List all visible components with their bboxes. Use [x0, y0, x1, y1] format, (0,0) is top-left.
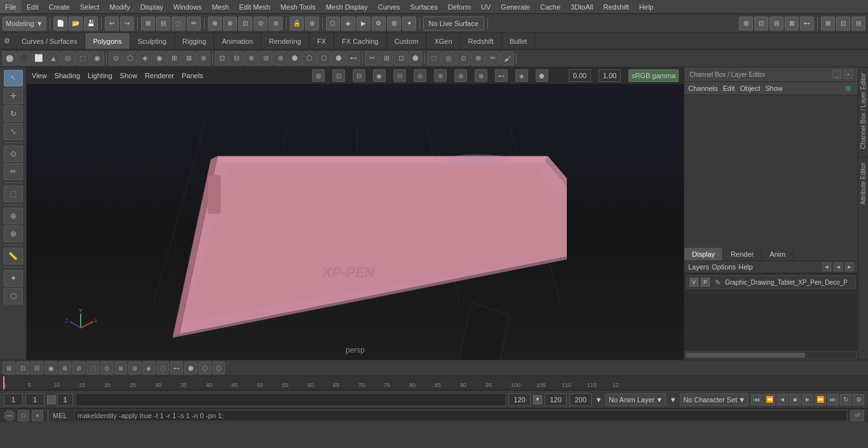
- lasso-btn[interactable]: ◌: [172, 17, 186, 31]
- disk-btn[interactable]: ◉: [90, 51, 104, 65]
- select-all-btn[interactable]: ⊛: [305, 17, 319, 31]
- target-weld-btn[interactable]: ⬡: [317, 51, 331, 65]
- frame-subframe-input[interactable]: [57, 393, 73, 406]
- vp-tb-btn4[interactable]: ◉: [44, 362, 57, 374]
- cb-icon1[interactable]: ⊛: [845, 84, 854, 93]
- vp-tb-btn7[interactable]: ⬚: [86, 362, 99, 374]
- vp-icon8[interactable]: ⊛: [454, 69, 467, 82]
- tab-rigging[interactable]: Rigging: [175, 33, 214, 49]
- soft-select-btn[interactable]: ⊙: [4, 146, 23, 162]
- go-start-btn[interactable]: ⏮: [751, 394, 763, 405]
- vp-tb-btn10[interactable]: ⊛: [128, 362, 141, 374]
- layer-visibility-toggle[interactable]: V: [689, 278, 698, 287]
- render-mode-btn1[interactable]: ⊞: [739, 17, 753, 31]
- snap-view-btn[interactable]: ⊘: [269, 17, 283, 31]
- cube-btn[interactable]: ⬛: [17, 51, 31, 65]
- tab-rendering[interactable]: Rendering: [261, 33, 309, 49]
- step-back-btn[interactable]: ⏪: [764, 394, 775, 405]
- layers-options-menu[interactable]: Options: [712, 263, 736, 271]
- frame-start-input[interactable]: [4, 393, 23, 406]
- tab-xgen[interactable]: XGen: [426, 33, 460, 49]
- settings-icon[interactable]: ⚙: [0, 34, 14, 48]
- vp-menu-renderer[interactable]: Renderer: [145, 72, 174, 79]
- vp-tb-btn13[interactable]: ⊷: [170, 362, 183, 374]
- layout-btn1[interactable]: ⊞: [821, 17, 835, 31]
- vp-icon7[interactable]: ⊕: [434, 69, 447, 82]
- sculpt-btn[interactable]: ✏: [485, 51, 499, 65]
- snap-surface-btn[interactable]: ⊙: [254, 17, 268, 31]
- tab-anim[interactable]: Anim: [762, 248, 794, 261]
- cone-btn[interactable]: ▲: [46, 51, 60, 65]
- offset-btn[interactable]: ⊡: [394, 51, 408, 65]
- vp-tb-btn16[interactable]: ⬡: [212, 362, 225, 374]
- select-by-hierarchy-btn[interactable]: ⊞: [141, 17, 155, 31]
- menu-mesh-tools[interactable]: Mesh Tools: [275, 0, 320, 13]
- win-close-btn[interactable]: ×: [32, 410, 43, 421]
- vp-tb-btn9[interactable]: ⊗: [114, 362, 127, 374]
- menu-display[interactable]: Display: [135, 0, 168, 13]
- win-minimize-btn[interactable]: —: [4, 410, 15, 421]
- render-mode-btn3[interactable]: ⊟: [770, 17, 783, 31]
- gamma-value2-input[interactable]: [599, 69, 621, 82]
- merge-btn[interactable]: ⬠: [302, 51, 316, 65]
- menu-create[interactable]: Create: [44, 0, 75, 13]
- cb-minimize-btn[interactable]: _: [832, 70, 841, 79]
- tab-fx-caching[interactable]: FX Caching: [334, 33, 386, 49]
- layers-arrow-left[interactable]: ◄: [822, 262, 831, 271]
- timeline-range-bar[interactable]: [76, 393, 506, 406]
- render-region-btn[interactable]: ⬡: [326, 17, 340, 31]
- frame-current-input[interactable]: [25, 393, 44, 406]
- fill-hole-btn[interactable]: ⊘: [259, 51, 273, 65]
- construction-history-btn[interactable]: 🔒: [290, 17, 304, 31]
- subdiv-cube-btn[interactable]: ⬡: [123, 51, 137, 65]
- layers-scrollbar-thumb[interactable]: [686, 353, 805, 358]
- vp-tb-btn3[interactable]: ⊟: [31, 362, 43, 374]
- anim-layer-dropdown2[interactable]: ▼: [668, 395, 677, 404]
- menu-3dtoall[interactable]: 3DtoAll: [566, 0, 598, 13]
- ipr-render-btn[interactable]: ◈: [341, 17, 355, 31]
- tab-animation[interactable]: Animation: [214, 33, 261, 49]
- open-file-btn[interactable]: 📂: [69, 17, 83, 31]
- win-maximize-btn[interactable]: □: [18, 410, 29, 421]
- step-fwd-btn[interactable]: ⏩: [815, 394, 826, 405]
- cmd-execute-btn[interactable]: ⏎: [850, 410, 864, 421]
- menu-select[interactable]: Select: [75, 0, 105, 13]
- tab-sculpting[interactable]: Sculpting: [130, 33, 175, 49]
- layers-arrow-left2[interactable]: ◄: [834, 262, 843, 271]
- vp-tb-btn1[interactable]: ⊞: [3, 362, 15, 374]
- timeline[interactable]: 1 5 10 15 20 25 30 35 40 45 50 55 60 65 …: [0, 376, 868, 390]
- retopo-btn[interactable]: ⊕: [471, 51, 485, 65]
- char-set-dropdown[interactable]: No Character Set ▼: [680, 393, 749, 406]
- menu-deform[interactable]: Deform: [443, 0, 476, 13]
- cb-menu-object[interactable]: Object: [740, 85, 760, 92]
- render-btn[interactable]: ▶: [356, 17, 370, 31]
- playback-dropdown[interactable]: ▼: [594, 395, 603, 404]
- vp-menu-shading[interactable]: Shading: [55, 72, 80, 79]
- select-tool-btn[interactable]: ↖: [4, 70, 23, 86]
- tab-render[interactable]: Render: [723, 248, 762, 261]
- render-mode-btn4[interactable]: ⊠: [785, 17, 799, 31]
- vp-icon6[interactable]: ⊘: [414, 69, 426, 82]
- menu-modify[interactable]: Modify: [104, 0, 135, 13]
- smooth-btn[interactable]: ◌: [427, 51, 441, 65]
- vp-menu-panels[interactable]: Panels: [182, 72, 203, 79]
- move-tool-btn[interactable]: ✛: [4, 88, 23, 104]
- vp-icon9[interactable]: ⊗: [475, 69, 487, 82]
- layout-btn3[interactable]: ⊟: [851, 17, 865, 31]
- vp-tb-btn6[interactable]: ⊘: [72, 362, 85, 374]
- menu-curves[interactable]: Curves: [373, 0, 405, 13]
- timeline-ruler[interactable]: 1 5 10 15 20 25 30 35 40 45 50 55 60 65 …: [0, 376, 868, 390]
- poly-torus-btn[interactable]: ◉: [153, 51, 166, 65]
- menu-generate[interactable]: Generate: [496, 0, 535, 13]
- marquee-select-btn[interactable]: ⬚: [4, 186, 23, 202]
- save-file-btn[interactable]: 💾: [84, 17, 98, 31]
- poly-plane-btn[interactable]: ⊞: [167, 51, 181, 65]
- attribute-editor-edge-label[interactable]: Attribute Editor: [858, 157, 868, 210]
- render-settings-btn[interactable]: ⚙: [372, 17, 386, 31]
- vp-icon12[interactable]: ⬟: [536, 69, 548, 82]
- stop-btn[interactable]: ■: [789, 394, 801, 405]
- layers-arrow-right[interactable]: ►: [845, 262, 854, 271]
- new-file-btn[interactable]: 📄: [53, 17, 67, 31]
- snap-point-btn[interactable]: ⊡: [238, 17, 252, 31]
- scale-tool-btn[interactable]: ⤡: [4, 123, 23, 140]
